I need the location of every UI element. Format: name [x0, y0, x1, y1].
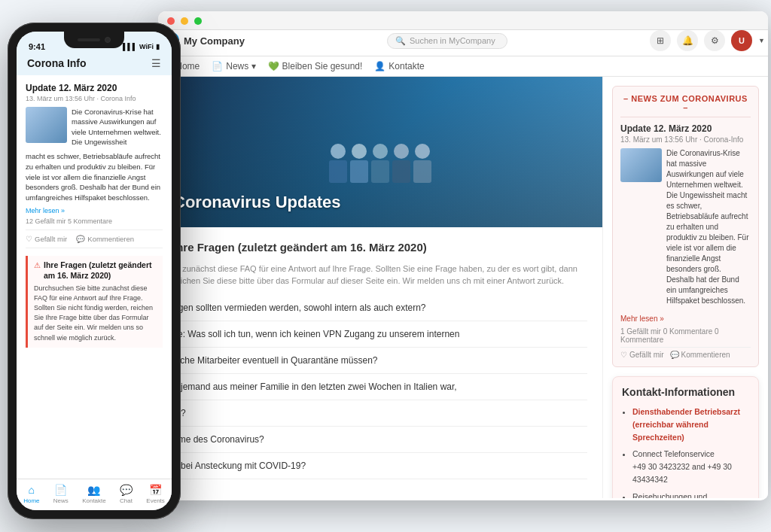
phone-article-meta: 13. März um 13:56 Uhr · Corona Info	[26, 95, 163, 102]
sub-nav-kontakte[interactable]: 👤 Kontakte	[374, 61, 424, 71]
phone-nav-kontakte-label: Kontakte	[82, 497, 106, 504]
phone-article-full-text: macht es schwer, Betriebsabläufe aufrech…	[26, 151, 163, 203]
contacts-sub-icon: 👤	[374, 61, 386, 71]
sidebar-comment-button[interactable]: 💬 Kommentieren	[670, 351, 730, 359]
news-box-title: – NEWS ZUM CORONAVIRUS –	[620, 94, 751, 117]
kontakt-item-2: Connect Telefonservice +49 30 3423232 an…	[632, 448, 749, 485]
phone-nav-chat[interactable]: 💬 Chat	[120, 484, 133, 504]
phone-body: Update 12. März 2020 13. März um 13:56 U…	[17, 75, 172, 479]
sidebar-reaction-buttons: ♡ Gefällt mir 💬 Kommentieren	[620, 347, 751, 359]
article-body-area: Ihre Fragen (zuletzt geändert am 16. Mär…	[158, 227, 602, 491]
signal-icon: ▌▌▌	[123, 43, 137, 50]
phone-nav-events[interactable]: 📅 Events	[146, 484, 164, 504]
browser-titlebar	[167, 17, 759, 25]
events-icon: 📅	[149, 484, 162, 496]
faq-item-6[interactable]: ome des Coronavirus?	[173, 427, 587, 453]
chat-icon: 💬	[120, 484, 133, 496]
phone-nav-news[interactable]: 📄 News	[53, 484, 69, 504]
avatar-chevron-icon[interactable]: ▼	[758, 37, 765, 44]
phone-faq-header: ⚠ Ihre Fragen (zuletzt geändert am 16. M…	[34, 260, 157, 281]
bleiben-label: Bleiben Sie gesund!	[282, 61, 363, 71]
notification-icon-button[interactable]: 🔔	[677, 30, 698, 51]
faq-item-7[interactable]: h bei Ansteckung mit COVID-19?	[173, 453, 587, 479]
betriebsarzt-link[interactable]: Diensthabender Betriebsarzt (erreichbar …	[632, 407, 740, 442]
sidebar-article-title: Update 12. März 2020	[620, 123, 751, 134]
comment-label: Kommentieren	[87, 235, 134, 243]
phone-bottom-nav: ⌂ Home 📄 News 👥 Kontakte 💬 Chat 📅	[17, 479, 172, 510]
sidebar-article-image-row: Die Coronavirus-Krise hat massive Auswir…	[620, 148, 751, 306]
heart-outline-icon: ♡	[620, 351, 627, 359]
comment-icon: 💬	[76, 235, 85, 243]
phone-article-text-snippet: Die Coronavirus-Krise hat massive Auswir…	[72, 107, 163, 147]
phone-comment-button[interactable]: 💬 Kommentieren	[76, 235, 134, 243]
news-sidebar-box: – NEWS ZUM CORONAVIRUS – Update 12. März…	[612, 86, 759, 367]
sub-nav-news[interactable]: 📄 News ▾	[212, 61, 255, 71]
mobile-phone: 9:41 ▌▌▌ WiFi ▮ Corona Info ☰ Update 12.…	[8, 23, 181, 519]
nav-right-section: ⊞ 🔔 ⚙ U ▼	[650, 30, 765, 51]
sidebar-like-label: Gefällt mir	[629, 351, 664, 359]
faq-item-5[interactable]: ht?	[173, 400, 587, 427]
phone-faq-text: Durchsuchen Sie bitte zunächst diese FAQ…	[34, 284, 157, 342]
search-box[interactable]: 🔍 Suchen in MyCompany	[387, 33, 507, 49]
grid-icon-button[interactable]: ⊞	[650, 30, 671, 51]
comment-bubble-icon: 💬	[670, 351, 679, 359]
battery-icon: ▮	[156, 43, 160, 50]
phone-speaker	[78, 38, 100, 41]
phone-notch	[64, 32, 124, 48]
home-icon: ⌂	[29, 484, 35, 496]
phone-read-more-link[interactable]: Mehr lesen »	[26, 207, 65, 214]
kontakt-item-1: Diensthabender Betriebsarzt (erreichbar …	[632, 406, 749, 443]
phone-status-icons: ▌▌▌ WiFi ▮	[123, 43, 160, 50]
phone-nav-events-label: Events	[146, 497, 164, 504]
contacts-icon: 👥	[87, 484, 100, 496]
like-label: Gefällt mir	[35, 235, 67, 243]
sub-nav-bleiben[interactable]: 💚 Bleiben Sie gesund!	[268, 61, 363, 71]
kontakt-title: Kontakt-Informationen	[622, 386, 749, 398]
kontakt-info-box: Kontakt-Informationen Diensthabender Bet…	[612, 376, 759, 498]
sidebar-comments-count: 0 Kommentare	[663, 327, 713, 336]
phone-nav-home-label: Home	[23, 497, 39, 504]
kontakte-label: Kontakte	[389, 61, 424, 71]
telefon-numbers: +49 30 3423232 and +49 30 43434342	[632, 462, 732, 484]
faq-item-4[interactable]: n jemand aus meiner Familie in den letzt…	[173, 374, 587, 400]
warning-icon: ⚠	[34, 261, 41, 269]
phone-nav-news-label: News	[53, 497, 69, 504]
browser-minimize-dot[interactable]	[181, 17, 188, 25]
sidebar-article-thumbnail	[620, 148, 662, 182]
phone-like-button[interactable]: ♡ Gefällt mir	[26, 235, 67, 243]
browser-maximize-dot[interactable]	[194, 17, 202, 25]
browser-chrome	[158, 11, 768, 30]
phone-camera	[105, 37, 111, 43]
faq-item-3[interactable]: elche Mitarbeiter eventuell in Quarantän…	[173, 348, 587, 374]
kontakt-item-3: Reisebuchungen und Stornierungen über Tr…	[632, 491, 749, 498]
phone-time: 9:41	[29, 42, 45, 51]
faq-item-2[interactable]: se: Was soll ich tun, wenn ich keinen VP…	[173, 321, 587, 348]
sub-navigation: ⌂ Home 📄 News ▾ 💚 Bleiben Sie gesund! 👤 …	[158, 56, 768, 77]
sidebar-like-button[interactable]: ♡ Gefällt mir	[620, 351, 664, 359]
news-icon: 📄	[54, 484, 67, 496]
phone-nav-home[interactable]: ⌂ Home	[23, 484, 39, 504]
sidebar-article-meta: 13. März um 13:56 Uhr · Corona-Info	[620, 135, 751, 144]
main-content-area: Coronavirus Updates Ihre Fragen (zuletzt…	[158, 77, 602, 498]
sidebar-read-more-link[interactable]: Mehr lesen »	[620, 315, 664, 323]
right-sidebar: – NEWS ZUM CORONAVIRUS – Update 12. März…	[602, 77, 768, 498]
phone-article-title: Update 12. März 2020	[26, 83, 163, 93]
phone-article-thumbnail	[26, 107, 67, 143]
article-intro-text: te zunächst diese FAQ für eine Antwort a…	[173, 263, 587, 287]
search-magnifier-icon: 🔍	[395, 36, 406, 46]
reisebuchungen-text: Reisebuchungen und Stornierungen über	[632, 492, 707, 498]
article-subtitle: Ihre Fragen (zuletzt geändert am 16. Mär…	[173, 239, 587, 257]
browser-navbar: C My Company 🔍 Suchen in MyCompany ⊞ 🔔 ⚙…	[158, 30, 768, 56]
news-sub-icon: 📄	[212, 61, 223, 71]
hero-banner: Coronavirus Updates	[158, 77, 602, 227]
hamburger-menu-icon[interactable]: ☰	[151, 57, 161, 69]
article-date-subtitle: (zuletzt geändert am 16. März 2020)	[238, 241, 427, 254]
sidebar-likes-count: 1 Gefällt mir	[620, 327, 661, 336]
phone-likes-count: 12 Gefällt mir 5 Kommentare	[26, 217, 163, 225]
user-avatar[interactable]: U	[731, 30, 752, 51]
phone-nav-kontakte[interactable]: 👥 Kontakte	[82, 484, 106, 504]
settings-icon-button[interactable]: ⚙	[704, 30, 725, 51]
phone-title: Corona Info	[27, 57, 87, 69]
news-sub-label: News ▾	[226, 61, 255, 71]
faq-item-1[interactable]: ngen sollten vermieden werden, sowohl in…	[173, 295, 587, 321]
